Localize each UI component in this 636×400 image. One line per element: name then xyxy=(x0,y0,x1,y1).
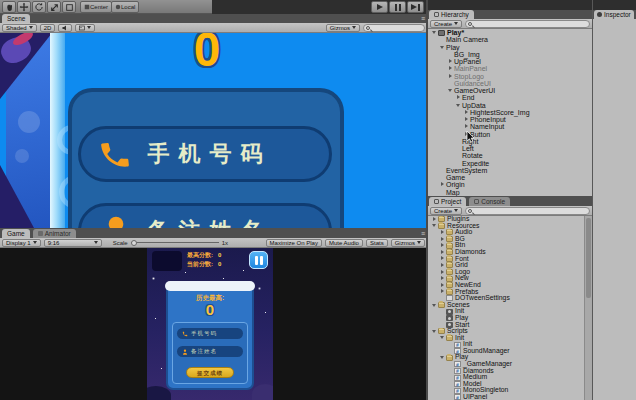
expand-arrow-icon[interactable] xyxy=(439,256,446,262)
expand-arrow-icon[interactable] xyxy=(431,216,438,222)
scene-effects-dropdown[interactable] xyxy=(75,24,95,32)
hierarchy-item-main-camera[interactable]: Main Camera xyxy=(428,36,592,43)
game-canvas[interactable]: 最高分数:0 当前分数:0 历史最高: 0 手机号码 备注姓名 xyxy=(0,248,427,400)
expand-arrow-icon[interactable] xyxy=(463,117,470,123)
expand-arrow-icon[interactable] xyxy=(455,102,462,108)
tab-console[interactable]: Console xyxy=(469,197,510,206)
project-item-font[interactable]: Font xyxy=(428,256,584,263)
name-input-field[interactable]: 备注姓名 xyxy=(177,346,243,357)
tab-animator[interactable]: Animator xyxy=(33,229,76,238)
expand-arrow-icon[interactable] xyxy=(431,302,438,308)
project-item-newend[interactable]: NewEnd xyxy=(428,282,584,289)
hierarchy-item-updata[interactable]: UpData xyxy=(428,102,592,109)
hierarchy-item-play[interactable]: Play xyxy=(428,44,592,51)
pivot-center-button[interactable]: Center xyxy=(80,1,112,13)
scene-search-input[interactable] xyxy=(363,24,425,32)
project-item-init[interactable]: Init xyxy=(428,308,584,315)
project-item-uipanel[interactable]: UIPanel xyxy=(428,394,584,400)
expand-arrow-icon[interactable] xyxy=(439,243,446,249)
aspect-dropdown[interactable]: 9:16 xyxy=(44,239,102,247)
project-item-play[interactable]: Play xyxy=(428,315,584,322)
tab-project[interactable]: Project xyxy=(429,197,466,206)
submit-score-button[interactable]: 提交成绩 xyxy=(186,367,234,378)
hierarchy-item-mainpanel[interactable]: MainPanel xyxy=(428,65,592,72)
hierarchy-item-bg-img[interactable]: BG_Img xyxy=(428,51,592,58)
hierarchy-item-gameoverui[interactable]: GameOverUI xyxy=(428,87,592,94)
expand-arrow-icon[interactable] xyxy=(447,88,454,94)
hierarchy-item-left[interactable]: Left xyxy=(428,145,592,152)
expand-arrow-icon[interactable] xyxy=(439,355,446,361)
expand-arrow-icon[interactable] xyxy=(447,59,454,65)
project-item-logo[interactable]: Logo xyxy=(428,269,584,276)
space-local-button[interactable]: Local xyxy=(111,1,139,13)
mute-audio-button[interactable]: Mute Audio xyxy=(325,239,363,247)
hierarchy-item-map[interactable]: Map xyxy=(428,189,592,196)
scene-canvas[interactable]: 手机号码 备注姓名 0 xyxy=(0,33,427,228)
hierarchy-item-expedite[interactable]: Expedite xyxy=(428,160,592,167)
project-item--gamemanager[interactable]: _GameManager xyxy=(428,361,584,368)
tab-hierarchy[interactable]: Hierarchy xyxy=(429,10,474,19)
tab-scene[interactable]: Scene xyxy=(2,14,30,23)
play-button[interactable] xyxy=(371,1,388,13)
hierarchy-item-phoneinput[interactable]: PhoneInput xyxy=(428,116,592,123)
project-item-medium[interactable]: Medium xyxy=(428,374,584,381)
project-item-monosingleton[interactable]: MonoSingleton xyxy=(428,387,584,394)
step-button[interactable] xyxy=(407,1,424,13)
project-search-input[interactable] xyxy=(465,207,590,215)
phone-input-field[interactable]: 手机号码 xyxy=(78,126,332,182)
project-item-init[interactable]: Init xyxy=(428,335,584,342)
project-item-resources[interactable]: Resources xyxy=(428,223,584,230)
expand-arrow-icon[interactable] xyxy=(447,73,454,79)
project-item-diamonds[interactable]: Diamonds xyxy=(428,249,584,256)
hierarchy-item-stoplogo[interactable]: StopLogo xyxy=(428,73,592,80)
game-gizmos-dropdown[interactable]: Gizmos xyxy=(391,239,425,247)
hierarchy-item-end[interactable]: End xyxy=(428,94,592,101)
expand-arrow-icon[interactable] xyxy=(439,269,446,275)
expand-arrow-icon[interactable] xyxy=(455,95,462,101)
rect-tool-button[interactable] xyxy=(62,1,76,13)
game-pause-button[interactable] xyxy=(249,251,268,269)
scene-audio-toggle[interactable] xyxy=(58,24,72,32)
hierarchy-item-eventsystem[interactable]: EventSystem xyxy=(428,167,592,174)
project-item-dotweensettings[interactable]: DOTweenSettings xyxy=(428,295,584,302)
expand-arrow-icon[interactable] xyxy=(439,282,446,288)
project-item-btn[interactable]: Btn xyxy=(428,242,584,249)
project-item-audio[interactable]: Audio xyxy=(428,229,584,236)
expand-arrow-icon[interactable] xyxy=(431,223,438,229)
project-item-new[interactable]: New xyxy=(428,275,584,282)
expand-arrow-icon[interactable] xyxy=(439,249,446,255)
project-item-start[interactable]: Start xyxy=(428,322,584,329)
hierarchy-item-right[interactable]: Right xyxy=(428,138,592,145)
scale-tool-button[interactable] xyxy=(47,1,61,13)
expand-arrow-icon[interactable] xyxy=(439,44,446,50)
rotate-tool-button[interactable] xyxy=(32,1,46,13)
expand-arrow-icon[interactable] xyxy=(439,289,446,295)
scale-slider-knob[interactable] xyxy=(131,240,137,246)
hierarchy-search-input[interactable] xyxy=(465,20,590,28)
hand-tool-button[interactable] xyxy=(2,1,16,13)
phone-input-field[interactable]: 手机号码 xyxy=(177,328,243,339)
expand-arrow-icon[interactable] xyxy=(439,229,446,235)
shading-dropdown[interactable]: Shaded xyxy=(2,24,37,32)
display-dropdown[interactable]: Display 1 xyxy=(2,239,41,247)
expand-arrow-icon[interactable] xyxy=(439,276,446,282)
project-item-scenes[interactable]: Scenes xyxy=(428,302,584,309)
maximize-on-play-button[interactable]: Maximize On Play xyxy=(266,239,322,247)
project-item-diamonds[interactable]: Diamonds xyxy=(428,368,584,375)
hierarchy-item-uppanel[interactable]: UpPanel xyxy=(428,58,592,65)
name-input-field[interactable]: 备注姓名 xyxy=(78,203,332,228)
expand-arrow-icon[interactable] xyxy=(463,109,470,115)
project-item-scripts[interactable]: Scripts xyxy=(428,328,584,335)
project-item-grid[interactable]: Grid xyxy=(428,262,584,269)
hierarchy-item-hightestscore-img[interactable]: HightestScore_Img xyxy=(428,109,592,116)
expand-arrow-icon[interactable] xyxy=(439,236,446,242)
expand-arrow-icon[interactable] xyxy=(439,182,446,188)
expand-arrow-icon[interactable] xyxy=(431,30,438,36)
hierarchy-item-button[interactable]: Button xyxy=(428,131,592,138)
hierarchy-item-origin[interactable]: Origin xyxy=(428,181,592,188)
tab-inspector[interactable]: Inspector xyxy=(594,10,634,19)
expand-arrow-icon[interactable] xyxy=(463,124,470,130)
project-scrollbar-thumb[interactable] xyxy=(586,218,591,298)
hierarchy-item-rotate[interactable]: Rotate xyxy=(428,152,592,159)
expand-arrow-icon[interactable] xyxy=(431,328,438,334)
